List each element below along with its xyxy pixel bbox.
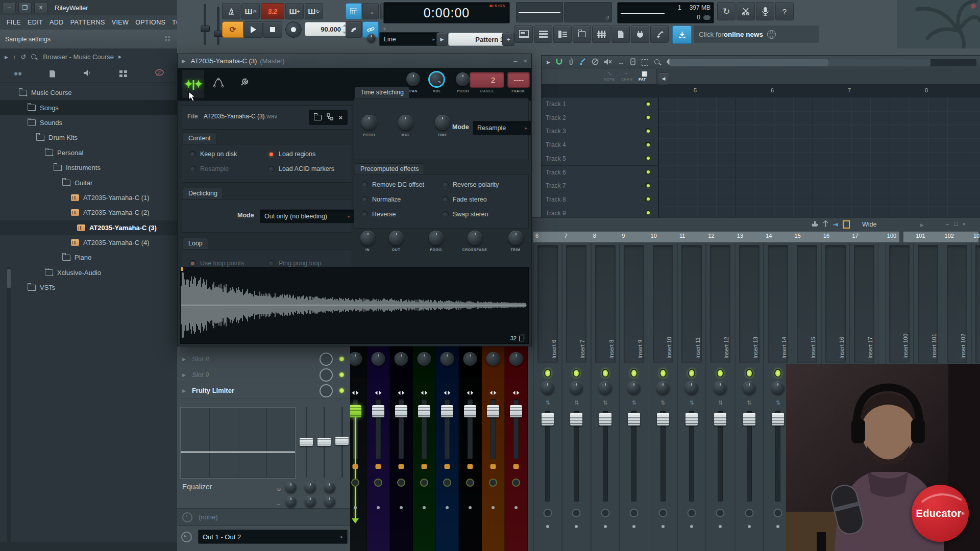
step-edit-arrow-icon[interactable]: → [362,3,379,19]
pan-knob[interactable] [627,381,641,394]
playlist-menu-icon[interactable]: ▶ [547,60,550,65]
pan-knob[interactable] [685,381,698,394]
fader-handle[interactable] [441,405,453,417]
playlist-track-row[interactable]: Track 7 [542,179,658,193]
mixer-strip-insert-9[interactable]: Insert 9⇅ [620,243,648,551]
declicking-mode-dropdown[interactable]: Out only (no bleeding)▸ [260,209,355,223]
picker-tab-chan[interactable]: CHAN [621,78,632,81]
tab-misc-wrench[interactable] [233,70,255,98]
tree-item-guitar[interactable]: Guitar [0,175,177,190]
scroll-left-icon[interactable]: ◀ [658,72,669,85]
pan-knob[interactable] [771,381,785,394]
option-remove-dc-offset[interactable]: Remove DC offset [361,181,424,188]
rack-slot-fruity-limiter[interactable]: ▶Fruity Limiter [177,383,350,399]
metronome-icon[interactable] [222,3,240,19]
track-led[interactable] [645,169,651,175]
mixer-strip-color-3[interactable] [413,346,436,551]
mul-stretch-knob[interactable] [398,115,413,130]
mixer-minimize-icon[interactable]: – [946,221,949,227]
tree-item-songs[interactable]: Songs [0,100,177,115]
pan-knob[interactable] [418,352,431,366]
pan-knob[interactable] [440,352,454,366]
mixer-more-icon[interactable]: ▶ [920,222,924,228]
strip-name-slot[interactable]: Insert 16 [825,245,846,363]
menu-file[interactable]: FILE [7,19,21,26]
eq-graph[interactable] [180,407,296,479]
play-button[interactable] [243,21,263,38]
toggle-mixer-icon[interactable] [592,26,610,43]
mixer-strip-insert-13[interactable]: Insert 13⇅ [735,243,764,551]
select-tool-icon[interactable] [642,59,648,66]
mixer-strip-color-1[interactable] [367,346,390,551]
menu-options[interactable]: OPTIONS [135,19,165,26]
tree-item-personal[interactable]: Personal [0,145,177,160]
toggle-piano-roll-icon[interactable] [553,26,572,43]
record-loop-button[interactable]: ⟳ [222,21,243,38]
dialog-titlebar[interactable]: ▶ AT2035-Yamaha-C (3) (Master) – × [178,54,531,68]
playlist-track-row[interactable]: Track 6 [542,166,658,180]
playlist-track-row[interactable]: Track 3 [542,124,658,139]
mixer-strip-color-5[interactable] [459,346,482,551]
dialog-close-icon[interactable]: × [523,57,527,65]
countdown-icon[interactable]: Ш+ [285,3,304,19]
clone-tree-icon[interactable] [327,113,333,122]
pan-knob[interactable] [570,381,583,394]
fader-handle[interactable] [542,413,554,425]
mixer-view-mode[interactable]: Wide [862,221,876,228]
download-icon[interactable] [672,26,692,44]
input-mode-dropdown[interactable]: Line▸ [379,32,439,46]
record-button[interactable] [285,21,302,38]
stop-button[interactable] [263,21,282,38]
magnet-icon[interactable] [556,58,562,66]
pan-knob[interactable] [406,72,420,86]
undo-icon[interactable]: ↻ [717,2,736,20]
picker-tabs[interactable]: ∿NOTE⌁CHAN▦PAT [542,69,657,84]
picker-tab-icon-note[interactable]: ∿ [607,70,612,77]
strip-name-slot[interactable]: Insert 101 [918,245,938,363]
mixer-strip-insert-12[interactable]: Insert 12⇅ [706,243,734,551]
pan-knob[interactable] [349,352,362,366]
tree-item-music-course[interactable]: Music Course [0,85,177,100]
eq-knob-2[interactable] [305,482,316,493]
clear-sample-icon[interactable]: × [338,114,342,121]
toggle-plugin-icon[interactable] [631,26,649,43]
eq-knob-5[interactable] [305,496,316,507]
main-pitch-knob[interactable] [367,34,376,42]
tree-item-vsts[interactable]: VSTs [0,280,177,295]
playlist-track-row[interactable]: Track 4 [542,138,658,153]
strip-name-slot[interactable]: Insert 15 [797,245,817,363]
waveform-display[interactable]: 32 [180,267,529,344]
track-led[interactable] [645,183,651,188]
strip-name-slot[interactable]: Insert 10 [653,245,673,363]
loop-record-icon[interactable]: Ш↻ [305,3,323,19]
pan-knob[interactable] [463,352,477,366]
strip-name-slot[interactable]: Insert 9 [624,245,644,363]
picker-tab-icon-pat[interactable]: ▦ [642,70,647,77]
browser-more-icon[interactable]: ▶ [118,55,121,59]
strip-name-slot[interactable]: Insert 14 [768,245,788,363]
out-knob[interactable] [389,231,404,245]
mixer-strip-insert-11[interactable]: Insert 11⇅ [677,243,706,551]
strip-name-slot[interactable]: Insert 8 [595,245,616,363]
tree-item-at2035-yamaha-c-4-[interactable]: AT2035-Yamaha-C (4) [0,235,177,250]
tab-speaker-icon[interactable] [84,70,91,78]
automation-slot[interactable]: (none) [177,508,350,526]
toggle-browser-icon[interactable] [573,26,591,43]
strip-name-slot[interactable]: Insert 6 [537,245,558,363]
master-pitch-slider[interactable] [217,7,219,45]
pan-knob[interactable] [395,352,408,366]
add-pattern-button[interactable]: + [502,33,514,46]
toggle-playlist-icon[interactable] [514,26,533,43]
typing-keyboard-display-icon[interactable] [346,3,362,19]
up-arrow-icon[interactable]: ↑ [13,53,16,61]
tab-chat-icon[interactable] [155,69,164,78]
time-display[interactable]: 0:00:00 M:S:CS [383,2,510,23]
copy-icon[interactable] [519,336,524,341]
strip-name-slot[interactable]: Insert 13 [739,245,760,363]
news-banner[interactable]: Click for online news [694,26,819,43]
chevron-down-icon[interactable]: ▼ [382,27,387,32]
fader-handle[interactable] [418,405,430,417]
delete-mode-icon[interactable] [592,58,599,67]
eq-knob-4[interactable] [285,496,297,507]
option-reverse-polarity[interactable]: Reverse polarity [442,181,499,188]
